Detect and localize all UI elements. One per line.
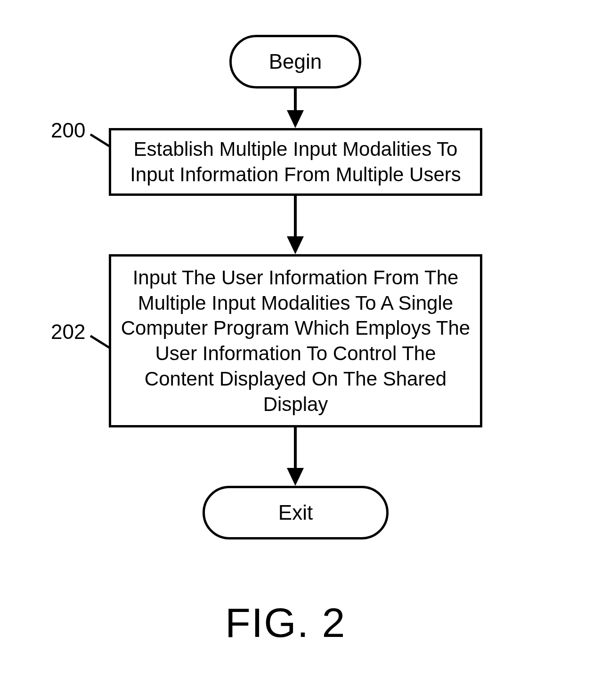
arrow-begin-to-step1: [287, 89, 304, 129]
callout-line-202: [90, 335, 111, 349]
flow-exit: Exit: [203, 486, 389, 539]
ref-label-202: 202: [51, 320, 85, 344]
arrow-step2-to-exit: [287, 427, 304, 487]
flow-begin: Begin: [229, 35, 361, 89]
callout-line-200: [90, 133, 111, 148]
svg-marker-5: [287, 468, 304, 486]
arrow-step1-to-step2: [287, 196, 304, 255]
figure-caption: FIG. 2: [225, 599, 346, 647]
ref-label-200: 200: [51, 119, 85, 142]
flow-step-2: Input The User Information From The Mult…: [109, 254, 482, 427]
svg-marker-1: [287, 110, 304, 128]
svg-marker-3: [287, 236, 304, 254]
flow-step-1: Establish Multiple Input Modalities To I…: [109, 128, 482, 196]
